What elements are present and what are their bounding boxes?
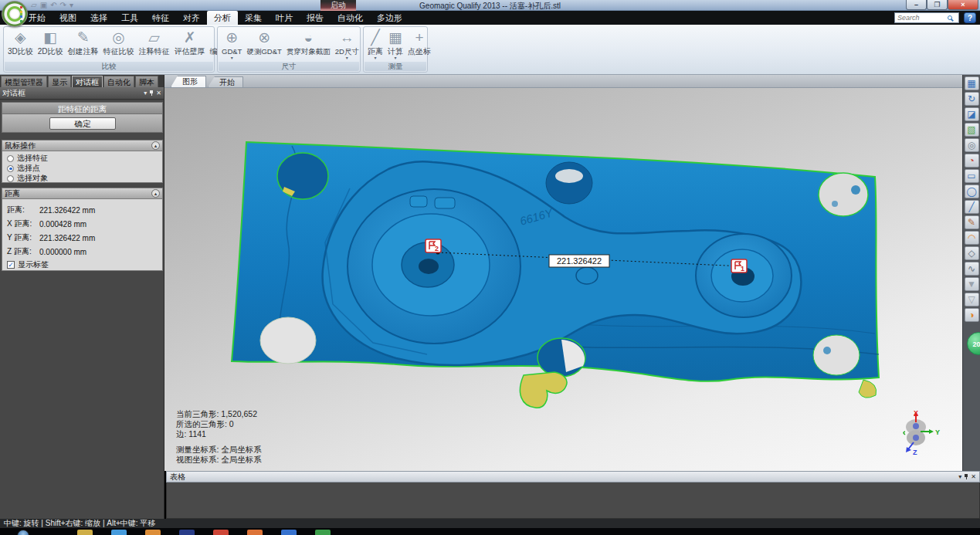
app-logo-icon[interactable]	[2, 1, 28, 27]
restore-button[interactable]: ❐	[927, 0, 948, 10]
tab-display[interactable]: 显示	[48, 76, 71, 87]
panel-close-icon[interactable]: ✕	[971, 473, 976, 481]
brush-select-icon[interactable]: ✎	[965, 215, 979, 229]
tab-tools[interactable]: 工具	[114, 11, 145, 25]
radio-option[interactable]: 选择特征	[7, 154, 158, 163]
datum-display-icon[interactable]: ▧	[965, 123, 979, 137]
tab-script[interactable]: 脚本	[135, 76, 158, 87]
scanned-part-mesh: 6616Y 221.326422 2 1	[164, 88, 962, 471]
collapse-section-button[interactable]: ▴	[151, 141, 160, 150]
radio-option[interactable]: 选择对象	[7, 174, 158, 183]
polyline-select-icon[interactable]: ∿	[965, 262, 979, 276]
btn-annotate-feature[interactable]: ▱ 注释特征 ▾	[137, 28, 172, 62]
taskbar-app-icon[interactable]	[111, 530, 127, 535]
tab-blade[interactable]: 叶片	[269, 11, 300, 25]
pin-icon[interactable]	[150, 90, 153, 96]
vtab-start[interactable]: 开始	[208, 76, 243, 87]
collapse-section-button[interactable]: ▴	[151, 189, 160, 198]
coordinate-triad: X Y Z	[894, 408, 941, 456]
select-back-icon[interactable]: ▽	[965, 293, 979, 306]
tab-lp-automation[interactable]: 自动化	[103, 76, 134, 87]
tab-view[interactable]: 视图	[53, 11, 83, 25]
launch-contextual-label: 启动	[320, 0, 356, 11]
close-button[interactable]: ×	[948, 0, 978, 10]
tab-capture[interactable]: 采集	[238, 11, 269, 25]
ribbon-button-icon: ↔	[340, 29, 354, 47]
help-button[interactable]: ?	[964, 12, 976, 23]
panel-menu-icon[interactable]: ▾	[144, 90, 147, 97]
open-icon[interactable]: ▱	[31, 1, 37, 10]
distance-dialog: 距特征的距离 确定	[2, 102, 163, 133]
redo-icon[interactable]: ↷	[60, 1, 66, 10]
lasso-select-icon[interactable]: ◠	[965, 231, 979, 245]
select-down-icon[interactable]: ▼	[965, 277, 979, 291]
rotate-view-icon[interactable]: ↻	[965, 92, 979, 106]
btn-calculate[interactable]: ▦ 计算 ▾	[385, 28, 405, 62]
btn-2d-compare[interactable]: ◧ 2D比较 ▾	[36, 28, 66, 62]
checkbox-icon: ✓	[7, 261, 15, 269]
3d-viewport[interactable]: 6616Y 221.326422 2 1 当前三角形: 1,520,652 所选…	[164, 88, 962, 471]
viewport-layout-icon[interactable]: ▦	[965, 76, 979, 90]
zoom-window-icon[interactable]: ◎	[965, 138, 979, 152]
color-wheel-icon[interactable]: ◔	[965, 154, 979, 168]
search-icon[interactable]	[948, 15, 952, 20]
group-title-compare: 比较	[5, 62, 213, 71]
taskbar-app-icon[interactable]	[77, 530, 93, 535]
line-select-icon[interactable]: ╱	[965, 200, 979, 214]
search-input[interactable]	[895, 14, 948, 22]
btn-create-annotation[interactable]: ✎ 创建注释 ▾	[66, 28, 101, 62]
taskbar-app-icon[interactable]	[281, 530, 297, 535]
taskbar-app-icon[interactable]	[315, 530, 331, 535]
point-marker-1[interactable]: 1	[731, 259, 747, 273]
start-button[interactable]	[17, 530, 29, 535]
taskbar-app-icon[interactable]	[179, 530, 195, 535]
stat-selected-triangles: 所选的三角形: 0	[176, 419, 262, 429]
point-marker-2[interactable]: 2	[426, 239, 441, 252]
dropdown-arrow-icon: ▾	[394, 56, 396, 60]
tab-report[interactable]: 报告	[300, 11, 331, 25]
tab-polygon[interactable]: 多边形	[370, 11, 409, 25]
minimize-button[interactable]: –	[906, 0, 927, 10]
shaded-view-icon[interactable]: ◪	[965, 107, 979, 121]
radio-option[interactable]: 选择点	[7, 164, 158, 173]
btn-gdt[interactable]: ⊕ GD&T ▾	[219, 28, 244, 62]
btn-through-object-section[interactable]: ◒ 贯穿对象截面 ▾	[284, 28, 333, 62]
table-panel: 表格 ▾ ✕	[166, 471, 980, 519]
tab-model-manager[interactable]: 模型管理器	[1, 76, 47, 87]
svg-text:Z: Z	[913, 449, 917, 456]
vtab-graphics[interactable]: 图形	[171, 76, 206, 87]
undo-icon[interactable]: ↶	[50, 1, 56, 10]
btn-3d-compare[interactable]: ◈ 3D比较 ▾	[5, 28, 36, 62]
save-icon[interactable]: ▣	[40, 1, 47, 10]
zoom-level-badge[interactable]: 200	[967, 332, 980, 355]
stat-edges: 边: 1141	[176, 429, 262, 439]
panel-menu-icon[interactable]: ▾	[958, 473, 961, 481]
btn-evaluate-thickness[interactable]: ✗ 评估壁厚 ▾	[172, 28, 208, 62]
btn-hard-probe-gdt[interactable]: ⊗ 硬测GD&T ▾	[244, 28, 283, 62]
tab-align[interactable]: 对齐	[176, 11, 207, 25]
pin-icon[interactable]	[965, 474, 968, 479]
tab-analysis[interactable]: 分析	[207, 11, 238, 25]
qat-menu-icon[interactable]: ▾	[70, 1, 73, 10]
btn-feature-compare[interactable]: ◎ 特征比较 ▾	[101, 28, 137, 62]
tab-select[interactable]: 选择	[83, 11, 114, 25]
show-label-checkbox-row[interactable]: ✓ 显示标签	[7, 259, 158, 270]
panel-close-icon[interactable]: ✕	[156, 90, 161, 97]
taskbar-app-icon[interactable]	[247, 530, 263, 535]
rectangle-select-icon[interactable]: ▭	[965, 169, 979, 183]
ribbon-button-icon: ⊗	[258, 29, 270, 47]
btn-distance[interactable]: ╱ 距离 ▾	[365, 28, 385, 62]
taskbar-app-icon[interactable]	[145, 530, 161, 535]
tab-feature[interactable]: 特征	[145, 11, 176, 25]
tab-automation[interactable]: 自动化	[331, 11, 370, 25]
measurement-label[interactable]: 221.326422	[549, 255, 609, 267]
btn-point-coordinates[interactable]: + 点坐标 ▾	[405, 28, 433, 62]
btn-2d-dimension[interactable]: ↔ 2D尺寸 ▾	[333, 28, 361, 62]
stat-measure-csys: 测量坐标系: 全局坐标系	[176, 445, 262, 455]
tab-dialog[interactable]: 对话框	[72, 76, 103, 87]
polygon-select-icon[interactable]: ◇	[965, 246, 979, 260]
taskbar-app-icon[interactable]	[213, 530, 229, 535]
ellipse-select-icon[interactable]: ◯	[965, 185, 979, 198]
ok-button[interactable]: 确定	[49, 117, 116, 130]
select-visible-icon[interactable]: ◑	[965, 308, 979, 322]
